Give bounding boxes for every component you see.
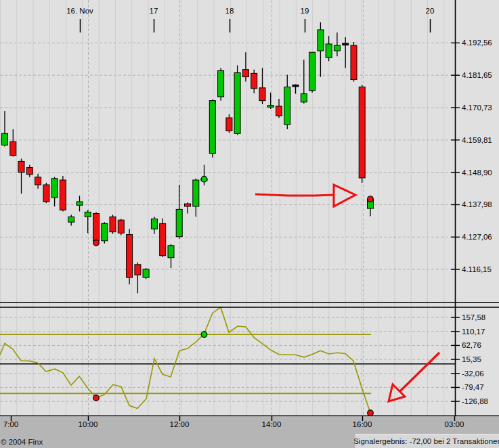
red-arrow-head xyxy=(389,384,405,401)
osc-label: -32,06 xyxy=(462,369,484,378)
sell-signal-dot xyxy=(368,196,374,202)
candle xyxy=(292,85,299,94)
candle xyxy=(343,37,349,68)
price-label: 4.137,98 xyxy=(462,200,492,208)
candle xyxy=(259,68,265,104)
candle xyxy=(35,174,41,189)
price-label: 4.192,56 xyxy=(462,39,492,47)
time-label: 10:00 xyxy=(79,420,98,428)
sell-signal-dot xyxy=(93,240,100,246)
candle xyxy=(2,111,8,147)
price-gridlines xyxy=(0,43,455,269)
candle xyxy=(60,176,66,212)
price-label: 4.159,81 xyxy=(462,136,492,144)
candle xyxy=(209,99,215,158)
red-arrow-shaft xyxy=(255,194,333,196)
date-label: 20 xyxy=(426,7,435,15)
osc-label: 110,17 xyxy=(462,328,485,336)
price-label: 4.116,15 xyxy=(462,265,492,273)
osc-label: -79,47 xyxy=(462,383,484,391)
price-axis-labels: 4.192,564.181,654.170,734.159,814.148,90… xyxy=(451,39,492,273)
candle xyxy=(267,93,274,109)
annotation-arrows xyxy=(255,185,439,401)
candle xyxy=(284,75,290,130)
top-date-axis: 16. Nov17181920 xyxy=(66,7,434,32)
candle xyxy=(43,183,49,203)
osc-gridlines xyxy=(0,317,455,401)
candle xyxy=(77,196,83,211)
dashed-vertical-gridlines xyxy=(89,0,364,416)
candle xyxy=(51,177,58,206)
osc-reference-lines xyxy=(0,334,455,393)
time-label: 16:00 xyxy=(353,420,372,428)
candle xyxy=(110,215,116,233)
osc-label: 15,35 xyxy=(462,355,481,363)
price-label: 4.181,65 xyxy=(462,71,492,79)
time-label: 03:00 xyxy=(445,420,464,428)
candle xyxy=(160,219,166,257)
candle xyxy=(234,66,240,135)
chart-frame xyxy=(0,0,499,416)
candle xyxy=(334,32,340,56)
osc-label: 157,58 xyxy=(462,313,485,321)
candle xyxy=(18,158,24,194)
osc-axis-labels: 157,58110,1762,7615,35-32,06-79,47-126,8… xyxy=(451,313,488,405)
time-label: 7:00 xyxy=(3,420,18,428)
date-label: 16. Nov xyxy=(66,7,93,15)
candle xyxy=(102,222,108,244)
candle xyxy=(68,215,74,225)
candle xyxy=(301,60,307,104)
candle xyxy=(93,212,100,243)
chart-canvas[interactable]: 16. Nov171819207:0010:0012:0014:0016:000… xyxy=(0,0,499,448)
date-label: 18 xyxy=(225,7,234,15)
candle xyxy=(276,99,282,118)
candle xyxy=(226,114,232,133)
candle xyxy=(309,52,316,93)
buy-signal-dot xyxy=(201,176,207,182)
candle xyxy=(168,244,174,268)
candle xyxy=(26,165,32,177)
price-label: 4.148,90 xyxy=(462,169,492,177)
signal-markers xyxy=(93,176,374,416)
red-arrow-head xyxy=(334,185,355,206)
bottom-time-axis: 7:0010:0012:0014:0016:0003:00 xyxy=(3,416,464,429)
candle xyxy=(143,268,149,279)
candle xyxy=(118,219,124,235)
candle xyxy=(251,70,257,93)
osc-label: 62,76 xyxy=(462,341,481,349)
price-label: 4.127,06 xyxy=(462,233,492,241)
candle xyxy=(10,129,16,156)
candle xyxy=(326,36,332,61)
candle xyxy=(218,68,224,100)
candle xyxy=(351,42,357,82)
vertical-gridlines xyxy=(1,0,444,416)
candle xyxy=(135,263,141,294)
sell-signal-dot xyxy=(93,395,100,401)
date-label: 19 xyxy=(301,7,309,15)
candle xyxy=(242,52,248,81)
trading-chart-window: © 2004 Finx Signalergebnis: -72,00 bei 2… xyxy=(0,0,499,448)
price-label: 4.170,73 xyxy=(462,104,492,112)
buy-signal-dot xyxy=(201,332,207,338)
candles-layer xyxy=(2,22,374,293)
candle xyxy=(85,210,91,233)
candle xyxy=(193,179,199,217)
candle xyxy=(127,229,133,284)
sell-signal-dot xyxy=(368,410,374,416)
time-label: 12:00 xyxy=(170,420,190,428)
candle xyxy=(318,22,324,77)
oscillator-line xyxy=(0,307,370,413)
candle xyxy=(185,202,191,213)
osc-label: -126,88 xyxy=(462,397,488,405)
red-arrow-shaft xyxy=(399,353,439,392)
candle xyxy=(359,85,365,183)
candle xyxy=(151,217,157,233)
time-label: 14:00 xyxy=(262,420,282,428)
date-label: 17 xyxy=(150,7,158,15)
